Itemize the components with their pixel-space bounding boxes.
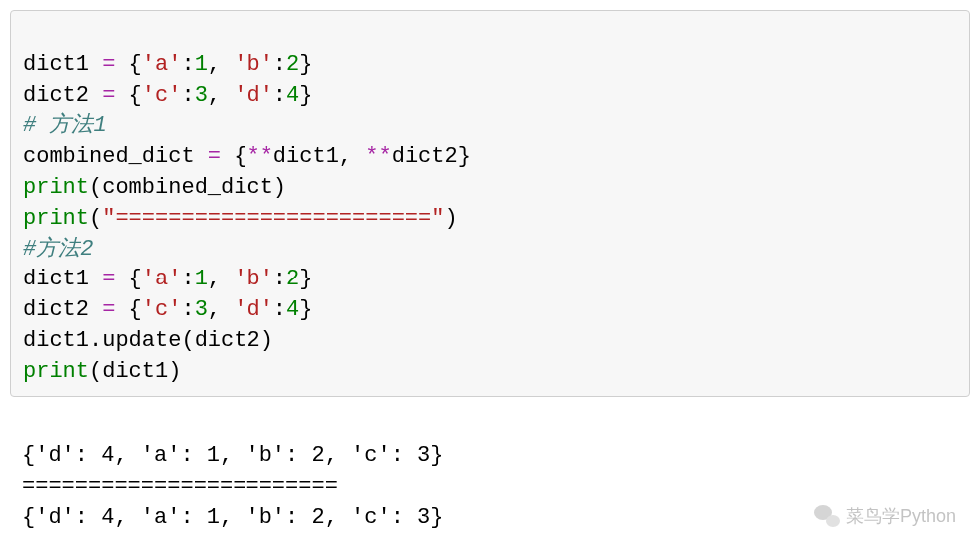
output-line-3: {'d': 4, 'a': 1, 'b': 2, 'c': 3} <box>22 505 443 530</box>
code-block: dict1 = {'a':1, 'b':2} dict2 = {'c':3, '… <box>10 10 970 397</box>
code-line-9: dict2 = {'c':3, 'd':4} <box>23 297 312 322</box>
output-line-2: ======================== <box>22 474 338 499</box>
code-line-11: print(dict1) <box>23 359 181 384</box>
code-line-5: print(combined_dict) <box>23 175 286 200</box>
wechat-icon <box>814 505 840 527</box>
code-line-6: print("========================") <box>23 206 458 231</box>
output-line-1: {'d': 4, 'a': 1, 'b': 2, 'c': 3} <box>22 443 443 468</box>
code-line-2: dict2 = {'c':3, 'd':4} <box>23 83 312 108</box>
watermark: 菜鸟学Python <box>814 504 956 529</box>
watermark-text: 菜鸟学Python <box>846 504 956 529</box>
code-line-3-comment: # 方法1 <box>23 113 107 138</box>
code-line-10: dict1.update(dict2) <box>23 328 273 353</box>
code-line-1: dict1 = {'a':1, 'b':2} <box>23 52 312 77</box>
code-line-8: dict1 = {'a':1, 'b':2} <box>23 267 312 291</box>
code-line-7-comment: #方法2 <box>23 237 93 262</box>
code-line-4: combined_dict = {**dict1, **dict2} <box>23 144 471 169</box>
